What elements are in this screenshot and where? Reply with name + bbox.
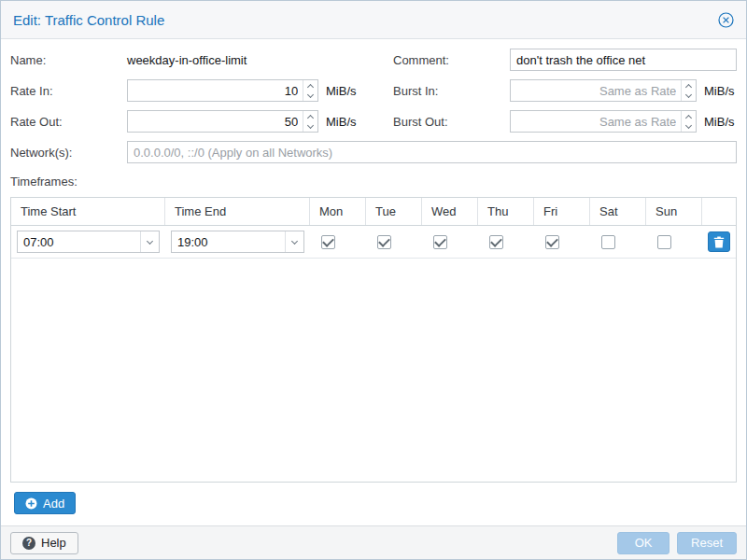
help-button[interactable]: ? Help (10, 532, 78, 554)
chevron-down-icon[interactable] (140, 231, 159, 252)
spinner-up-icon[interactable] (303, 111, 317, 121)
burst-out-field (510, 110, 697, 133)
comment-field (510, 49, 737, 71)
time-start-select[interactable]: 07:00 (17, 231, 160, 253)
networks-label: Network(s): (10, 146, 127, 160)
name-value: weekday-in-office-limit (127, 53, 247, 67)
column-header-mon[interactable]: Mon (310, 198, 366, 225)
column-header-time-end[interactable]: Time End (165, 198, 310, 225)
fri-checkbox[interactable] (545, 235, 559, 249)
trash-icon (713, 236, 725, 248)
rate-out-field (127, 110, 318, 133)
row-networks: Network(s): (10, 141, 737, 163)
spinner-up-icon[interactable] (303, 80, 317, 91)
time-end-value: 19:00 (172, 235, 285, 249)
timeframe-row: 07:00 19:00 (11, 226, 736, 259)
dialog-footer: ? Help OK Reset (1, 525, 746, 559)
row-rate-out-burst-out: Rate Out: MiB/s Burst Out: (10, 110, 737, 133)
burst-in-input[interactable] (511, 80, 681, 101)
time-start-value: 07:00 (18, 235, 140, 249)
spinner-down-icon[interactable] (682, 121, 696, 132)
thu-checkbox[interactable] (489, 235, 503, 249)
spinner-down-icon[interactable] (682, 91, 696, 101)
burst-in-unit: MiB/s (704, 84, 735, 98)
rate-out-input[interactable] (128, 111, 303, 132)
column-header-wed[interactable]: Wed (422, 198, 478, 225)
sun-checkbox[interactable] (657, 235, 671, 249)
comment-input[interactable] (511, 49, 736, 70)
spinner-down-icon[interactable] (303, 121, 317, 132)
tue-checkbox[interactable] (377, 235, 391, 249)
burst-in-spinner (681, 80, 696, 101)
spinner-up-icon[interactable] (682, 80, 696, 91)
reset-button[interactable]: Reset (677, 532, 737, 554)
rate-out-unit: MiB/s (326, 115, 357, 129)
spinner-down-icon[interactable] (303, 91, 317, 101)
networks-field (127, 141, 737, 163)
add-timeframe-button[interactable]: Add (14, 492, 76, 514)
chevron-down-icon[interactable] (285, 231, 303, 252)
burst-out-label: Burst Out: (393, 115, 510, 129)
burst-out-spinner (681, 111, 696, 132)
column-header-thu[interactable]: Thu (478, 198, 534, 225)
rate-out-label: Rate Out: (10, 115, 127, 129)
time-start-cell: 07:00 (11, 231, 165, 253)
dialog-titlebar: Edit: Traffic Control Rule (1, 1, 746, 39)
ok-button[interactable]: OK (617, 532, 669, 554)
row-name-comment: Name: weekday-in-office-limit Comment: (10, 49, 737, 71)
timeframes-table: Time Start Time End Mon Tue Wed Thu Fri … (10, 197, 737, 483)
rate-in-unit: MiB/s (326, 84, 357, 98)
plus-circle-icon (25, 497, 37, 510)
rate-in-spinner (303, 80, 317, 101)
rate-in-label: Rate In: (10, 84, 127, 98)
burst-in-label: Burst In: (393, 84, 510, 98)
timeframes-label: Timeframes: (10, 175, 737, 189)
dialog-body: Name: weekday-in-office-limit Comment: R… (1, 39, 746, 525)
edit-traffic-control-rule-dialog: Edit: Traffic Control Rule Name: weekday… (0, 0, 747, 560)
ok-button-label: OK (635, 536, 653, 550)
time-end-select[interactable]: 19:00 (171, 231, 304, 253)
time-end-cell: 19:00 (165, 231, 310, 253)
dialog-title: Edit: Traffic Control Rule (13, 12, 164, 28)
column-header-fri[interactable]: Fri (534, 198, 590, 225)
timeframes-empty-area (11, 259, 736, 482)
comment-label: Comment: (393, 53, 510, 67)
name-label: Name: (10, 53, 127, 67)
rate-in-field (127, 79, 318, 102)
help-button-label: Help (41, 536, 66, 550)
burst-in-field (510, 79, 697, 102)
close-icon[interactable] (718, 12, 734, 28)
add-button-label: Add (43, 497, 64, 511)
networks-input[interactable] (128, 142, 736, 162)
sat-checkbox[interactable] (601, 235, 615, 249)
mon-checkbox[interactable] (321, 235, 335, 249)
burst-out-input[interactable] (511, 111, 681, 132)
timeframes-table-header: Time Start Time End Mon Tue Wed Thu Fri … (11, 198, 736, 226)
row-rate-in-burst-in: Rate In: MiB/s Burst In: (10, 79, 737, 102)
wed-checkbox[interactable] (433, 235, 447, 249)
column-header-sun[interactable]: Sun (646, 198, 702, 225)
rate-out-spinner (303, 111, 317, 132)
delete-row-button[interactable] (708, 231, 730, 252)
question-circle-icon: ? (22, 537, 35, 550)
column-header-sat[interactable]: Sat (590, 198, 646, 225)
burst-out-unit: MiB/s (704, 115, 735, 129)
column-header-time-start[interactable]: Time Start (11, 198, 165, 225)
column-header-actions (702, 198, 736, 225)
reset-button-label: Reset (691, 536, 723, 550)
column-header-tue[interactable]: Tue (366, 198, 422, 225)
spinner-up-icon[interactable] (682, 111, 696, 121)
rate-in-input[interactable] (128, 80, 303, 101)
